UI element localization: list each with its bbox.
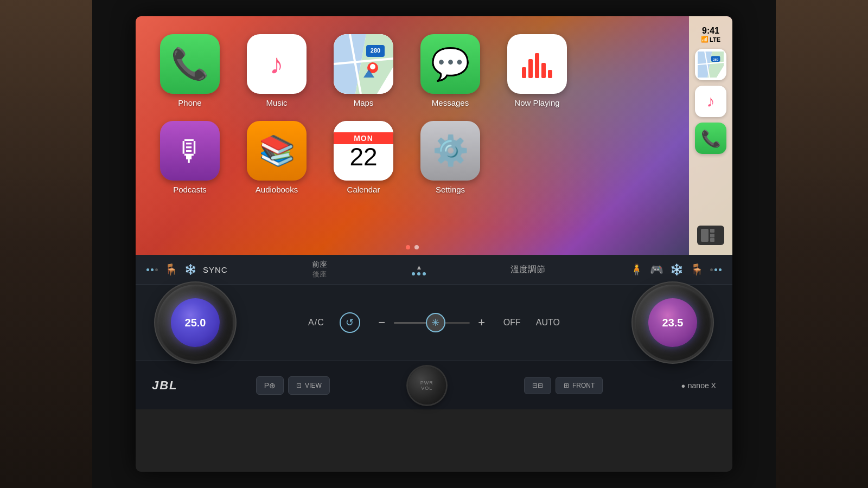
nanoe-logo-area: ● nanoe X [681,381,716,390]
messages-label: Messages [432,98,469,107]
temp-value-right: 23.5 [662,317,684,329]
music-app-icon[interactable]: ♪ Music [239,33,315,108]
view-button[interactable]: ⊡ VIEW [288,376,330,395]
settings-app-icon[interactable]: ⚙️ Settings [412,119,488,195]
rear-seat-label: 後座 [312,269,327,279]
sidebar-phone-app[interactable]: 📞 [695,123,726,154]
ac-button[interactable]: A/C [308,318,324,328]
page-dot-2[interactable] [414,245,419,249]
view-label: VIEW [305,382,322,389]
right-button-group: ⊟⊟ ⊞ FRONT [524,377,603,394]
settings-label: Settings [436,185,465,194]
view-toggle-btn[interactable] [697,226,724,245]
sync-button[interactable]: SYNC [203,265,228,274]
audiobooks-label: Audiobooks [256,185,298,194]
fan-decrease-button[interactable]: − [375,316,388,330]
front-label: FRONT [572,382,595,389]
app-row-2: 🎙 Podcasts 📚 Audiobooks [152,119,673,195]
pwr-label: PWR [420,380,433,386]
vol-label: VOL [421,386,432,391]
svg-point-8 [370,64,375,69]
sidebar-music-app[interactable]: ♪ [695,86,726,117]
ac-controls: A/C ↺ − ✳ + OFF AUTO [233,312,635,333]
calendar-app-icon[interactable]: MON 22 Calendar [326,119,401,195]
status-time: 9:41 [692,26,729,36]
nowplaying-label: Now Playing [514,98,559,107]
audiobooks-app-icon[interactable]: 📚 Audiobooks [239,119,315,195]
svg-rect-18 [710,229,714,233]
temp-knob-left[interactable]: 25.0 [157,285,233,361]
recirculate-button[interactable]: ↺ [340,312,360,333]
temp-value-left: 25.0 [185,317,206,329]
page-dots [406,245,419,249]
page-dot-1[interactable] [406,245,410,249]
climate-bottom-controls: 25.0 A/C ↺ − ✳ + [136,285,732,361]
svg-rect-17 [701,229,709,242]
temp-knob-right[interactable]: 23.5 [635,285,711,361]
maps-label: Maps [354,98,374,107]
svg-text:280: 280 [713,58,718,61]
rear-window-button[interactable]: ⊟⊟ [524,377,551,394]
seat-heat-right-icon[interactable]: 🪑 [690,263,704,276]
sidebar-maps-app[interactable]: 280 [695,49,726,80]
carplay-screen: 📞 Phone ♪ Music [136,16,732,255]
nowplaying-app-icon[interactable]: Now Playing [499,33,575,108]
fan-direction-control[interactable]: ▲ [412,264,426,275]
svg-rect-19 [710,234,714,237]
svg-text:280: 280 [371,47,380,54]
calendar-label: Calendar [347,185,380,194]
auto-button[interactable]: AUTO [536,318,560,328]
podcasts-label: Podcasts [173,185,207,194]
seat-cool-right-icon[interactable]: ❄️ [670,263,684,276]
temp-control-label: 溫度調節 [510,264,545,275]
status-bar: 9:41 📶 LTE [689,22,732,45]
phone-label: Phone [178,98,201,107]
phone-app-icon[interactable]: 📞 Phone [152,33,228,108]
maps-app-icon[interactable]: 280 Maps [326,33,401,108]
carplay-sidebar: 9:41 📶 LTE 280 [689,16,732,255]
volume-knob[interactable]: PWR VOL [408,367,446,404]
app-row-1: 📞 Phone ♪ Music [152,33,673,108]
p-button[interactable]: P⊕ [256,376,284,395]
messages-app-icon[interactable]: 💬 Messages [412,33,488,108]
jbl-logo: JBL [152,378,178,393]
fan-knob[interactable]: ✳ [426,313,445,332]
front-button[interactable]: ⊞ FRONT [556,377,603,394]
climate-top-bar: 🪑 ❄️ SYNC 前座 後座 ▲ 溫度調節 [136,255,732,285]
fan-slider[interactable]: ✳ [394,322,470,324]
front-seat-label: 前座 [312,260,327,269]
app-grid: 📞 Phone ♪ Music [136,16,689,255]
seat-occupant-right-icon[interactable]: 🧍 [630,263,643,276]
signal-icon: 📶 [701,36,709,43]
seat-heat-left-icon[interactable]: 🪑 [164,263,178,276]
bottom-controls: JBL P⊕ ⊡ VIEW PWR VOL ⊟⊟ [136,361,732,409]
svg-rect-20 [710,238,714,242]
seat-cool-left-icon[interactable]: ❄️ [184,264,196,275]
nanoe-label: nanoe X [688,381,716,390]
music-label: Music [266,98,287,107]
left-button-group: P⊕ ⊡ VIEW [256,376,330,395]
seat-zone-labels: 前座 後座 [312,260,327,279]
fan-speed-control: − ✳ + [375,316,488,330]
fan-increase-button[interactable]: + [475,316,488,330]
calendar-date: 22 [349,144,377,169]
steering-heat-icon[interactable]: 🎮 [650,263,663,276]
lte-label: LTE [710,36,720,43]
podcasts-app-icon[interactable]: 🎙 Podcasts [152,119,228,195]
off-button[interactable]: OFF [503,318,521,328]
